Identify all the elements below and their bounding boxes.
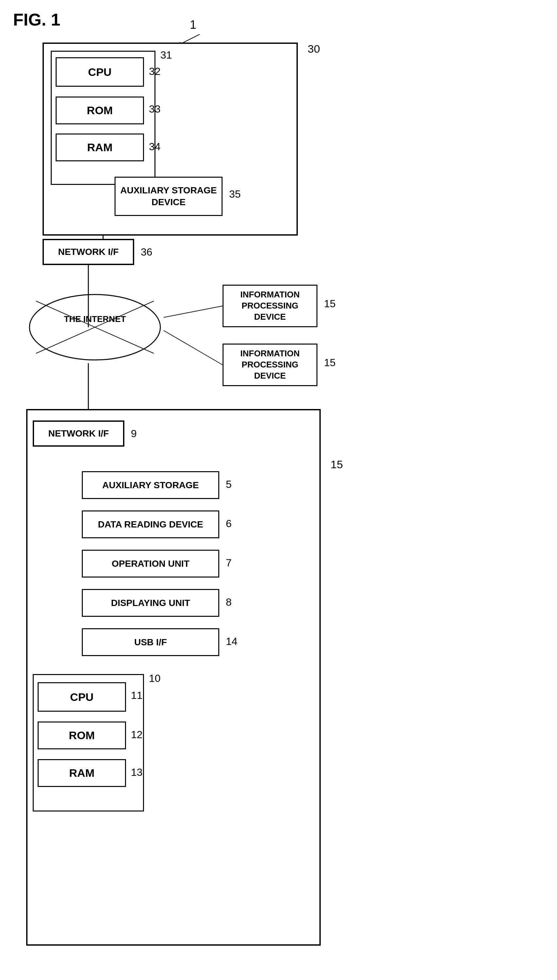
ref-31: 31 <box>160 49 172 61</box>
ref-15b: 15 <box>324 357 336 369</box>
displaying-unit-label: DISPLAYING UNIT <box>111 598 190 608</box>
internet-label: THE INTERNET <box>29 314 160 324</box>
ref-13: 13 <box>131 766 143 778</box>
box-aux-storage-top: AUXILIARY STORAGEDEVICE <box>114 177 223 216</box>
aux-storage-top-label: AUXILIARY STORAGEDEVICE <box>120 184 217 208</box>
ref-30: 30 <box>308 42 320 55</box>
box-ram-top: RAM <box>55 133 144 161</box>
ref-7: 7 <box>226 557 232 569</box>
box-ipd-2: INFORMATIONPROCESSINGDEVICE <box>223 343 318 386</box>
ref-6: 6 <box>226 518 232 530</box>
figure-label: FIG. 1 <box>13 10 60 29</box>
ram-top-label: RAM <box>87 141 112 154</box>
aux-storage-bottom-label: AUXILIARY STORAGE <box>102 480 199 490</box>
ref-33: 33 <box>149 103 161 115</box>
ref-12: 12 <box>131 729 143 741</box>
ref-1: 1 <box>190 18 196 32</box>
rom-bottom-label: ROM <box>69 729 94 742</box>
ref-9: 9 <box>131 428 137 440</box>
svg-line-12 <box>164 330 223 365</box>
ref-14: 14 <box>226 635 238 648</box>
data-reading-label: DATA READING DEVICE <box>98 519 203 530</box>
box-network-if-top: NETWORK I/F <box>42 239 134 265</box>
box-rom-bottom: ROM <box>37 721 126 749</box>
diagram-container: FIG. 1 1 30 31 CPU 32 ROM 33 RAM 34 AUXI… <box>0 0 557 980</box>
svg-line-11 <box>164 306 223 317</box>
ram-bottom-label: RAM <box>69 767 94 780</box>
operation-unit-label: OPERATION UNIT <box>112 558 189 569</box>
ref-11: 11 <box>131 689 143 702</box>
ref-35: 35 <box>229 188 241 200</box>
box-ipd-1: INFORMATIONPROCESSINGDEVICE <box>223 285 318 327</box>
network-if-top-label: NETWORK I/F <box>58 247 119 257</box>
box-cpu-top: CPU <box>55 57 144 87</box>
ref-34: 34 <box>149 141 161 153</box>
ref-15a: 15 <box>324 298 336 310</box>
ref-36: 36 <box>141 246 153 258</box>
box-displaying-unit: DISPLAYING UNIT <box>82 589 219 617</box>
box-aux-storage-bottom: AUXILIARY STORAGE <box>82 471 219 499</box>
network-if-bottom-label: NETWORK I/F <box>48 428 109 439</box>
ref-8: 8 <box>226 596 232 608</box>
rom-top-label: ROM <box>87 104 112 117</box>
ref-32: 32 <box>149 65 161 78</box>
box-cpu-bottom: CPU <box>37 682 126 712</box>
ref-10: 10 <box>149 672 161 685</box>
box-rom-top: ROM <box>55 96 144 124</box>
box-network-if-bottom: NETWORK I/F <box>33 420 124 447</box>
ipd2-label: INFORMATIONPROCESSINGDEVICE <box>240 348 300 381</box>
box-operation-unit: OPERATION UNIT <box>82 550 219 578</box>
box-data-reading: DATA READING DEVICE <box>82 510 219 538</box>
internet-ellipse <box>26 291 164 363</box>
box-usb-if: USB I/F <box>82 628 219 656</box>
cpu-top-label: CPU <box>88 66 112 78</box>
ipd1-label: INFORMATIONPROCESSINGDEVICE <box>240 289 300 322</box>
ref-5: 5 <box>226 479 232 490</box>
cpu-bottom-label: CPU <box>70 691 94 703</box>
ref-15-main: 15 <box>331 458 343 471</box>
box-ram-bottom: RAM <box>37 759 126 787</box>
usb-if-label: USB I/F <box>134 637 167 648</box>
